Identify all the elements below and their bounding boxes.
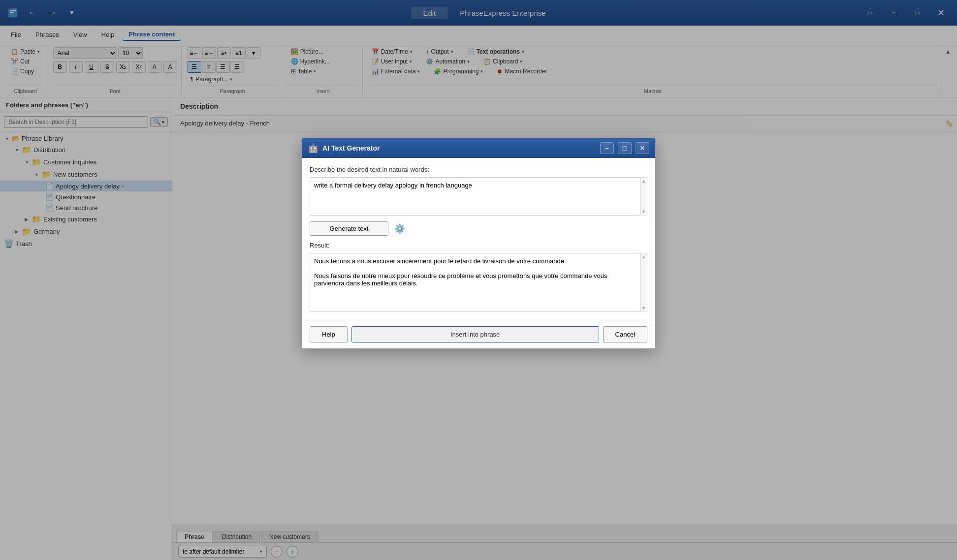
modal-body: Describe the desired text in natural wor… [302,158,655,320]
help-button[interactable]: Help [310,326,348,342]
prompt-scrollbar: ▲ ▼ [640,177,647,216]
generate-row: Generate text ⚙️ [310,221,647,236]
result-label: Result: [310,242,647,249]
generate-button[interactable]: Generate text [310,221,388,236]
settings-icon[interactable]: ⚙️ [394,223,405,234]
prompt-textarea[interactable]: write a formal delivery delay apology in… [310,177,640,216]
modal-ai-icon: 🤖 [308,143,319,154]
ai-text-generator-modal: 🤖 AI Text Generator − □ ✕ Describe the d… [301,138,656,349]
prompt-label: Describe the desired text in natural wor… [310,166,647,173]
modal-minimize-button[interactable]: − [600,142,614,154]
modal-maximize-button[interactable]: □ [618,142,632,154]
cancel-button[interactable]: Cancel [603,326,647,342]
modal-close-button[interactable]: ✕ [636,142,649,154]
result-scrollbar: ▲ ▼ [640,253,647,312]
result-textarea[interactable]: Nous tenons à nous excuser sincèrement p… [310,253,640,312]
modal-footer: Help Insert into phrase Cancel [302,320,655,348]
insert-into-phrase-button[interactable]: Insert into phrase [351,326,599,342]
modal-title: AI Text Generator [322,144,596,152]
modal-overlay: 🤖 AI Text Generator − □ ✕ Describe the d… [0,0,957,560]
modal-title-bar: 🤖 AI Text Generator − □ ✕ [302,138,655,158]
